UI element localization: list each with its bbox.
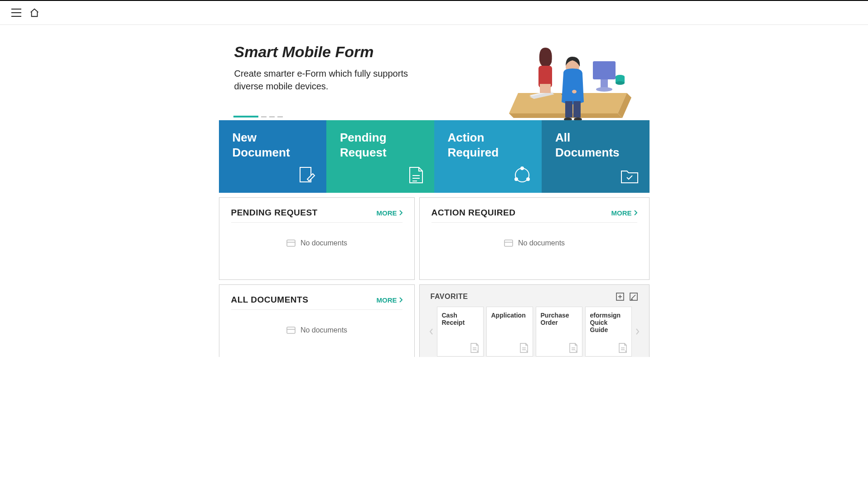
favorite-title: FAVORITE <box>431 293 468 301</box>
panel-title: PENDING REQUEST <box>231 208 318 218</box>
panel-title: ACTION REQUIRED <box>432 208 516 218</box>
panel-header: PENDING REQUEST MORE <box>231 208 402 223</box>
hero-illustration <box>504 39 650 120</box>
svg-rect-3 <box>593 61 616 79</box>
favorite-card-label: eformsign Quick Guide <box>590 312 621 333</box>
tile-new-document[interactable]: NewDocument <box>219 120 327 193</box>
hero-text: Smart Mobile Form Create smarter e-Form … <box>219 39 504 120</box>
svg-rect-27 <box>504 240 513 246</box>
empty-state: No documents <box>432 223 637 256</box>
favorite-actions <box>616 292 638 301</box>
form-icon <box>568 342 578 353</box>
hero-subtitle: Create smarter e-Form which fully suppor… <box>234 67 434 93</box>
panel-header: ACTION REQUIRED MORE <box>432 208 637 223</box>
document-edit-icon <box>297 166 316 185</box>
panel-header: FAVORITE <box>428 292 641 301</box>
empty-text: No documents <box>518 239 565 247</box>
hero-banner: Smart Mobile Form Create smarter e-Form … <box>219 25 650 120</box>
document-lines-icon <box>408 166 424 185</box>
tile-row: NewDocument PendingRequest A <box>219 120 650 193</box>
hamburger-menu-icon[interactable] <box>11 7 22 18</box>
header-bar <box>0 1 868 25</box>
carousel-dots <box>233 116 283 117</box>
favorite-next-icon[interactable] <box>635 307 641 357</box>
empty-text: No documents <box>301 326 347 334</box>
favorite-card[interactable]: Cash Receipt <box>437 307 484 357</box>
carousel-dot-4[interactable] <box>277 116 283 117</box>
document-empty-icon <box>504 239 514 247</box>
empty-state: No documents <box>231 223 402 256</box>
favorite-card-label: Purchase Order <box>541 312 569 326</box>
panel-favorite: FAVORITE <box>419 284 650 357</box>
svg-point-23 <box>521 167 524 170</box>
favorite-card[interactable]: eformsign Quick Guide <box>585 307 632 357</box>
more-link[interactable]: MORE <box>377 296 402 304</box>
svg-rect-26 <box>287 240 295 246</box>
favorite-prev-icon[interactable] <box>428 307 434 357</box>
document-empty-icon <box>286 326 296 334</box>
panel-title: ALL DOCUMENTS <box>231 295 309 305</box>
empty-state: No documents <box>231 310 402 343</box>
empty-text: No documents <box>301 239 347 247</box>
tile-title: AllDocuments <box>555 130 637 160</box>
more-link[interactable]: MORE <box>377 209 402 217</box>
main-container: Smart Mobile Form Create smarter e-Form … <box>219 25 650 357</box>
edit-favorite-icon[interactable] <box>629 292 638 301</box>
form-icon <box>618 342 628 353</box>
favorite-card-label: Application <box>491 312 526 319</box>
panel-grid: PENDING REQUEST MORE No documents ACTION… <box>219 197 650 357</box>
svg-point-24 <box>515 178 518 181</box>
panel-pending-request: PENDING REQUEST MORE No documents <box>219 197 415 280</box>
svg-point-20 <box>572 90 577 93</box>
panel-action-required: ACTION REQUIRED MORE No documents <box>419 197 650 280</box>
svg-rect-16 <box>565 101 572 117</box>
tile-all-documents[interactable]: AllDocuments <box>542 120 650 193</box>
tile-title: NewDocument <box>233 130 314 160</box>
tile-pending-request[interactable]: PendingRequest <box>326 120 434 193</box>
form-icon <box>470 342 480 353</box>
svg-rect-17 <box>573 101 581 117</box>
home-icon[interactable] <box>29 7 40 18</box>
svg-rect-4 <box>601 79 608 88</box>
svg-point-25 <box>527 178 529 181</box>
carousel-dot-2[interactable] <box>261 116 267 117</box>
folder-check-icon <box>620 167 640 185</box>
favorite-card[interactable]: Application <box>486 307 533 357</box>
document-empty-icon <box>286 239 296 247</box>
carousel-dot-3[interactable] <box>269 116 275 117</box>
panel-all-documents: ALL DOCUMENTS MORE No documents <box>219 284 415 357</box>
tile-title: PendingRequest <box>340 130 422 160</box>
tile-title: ActionRequired <box>448 130 529 160</box>
panel-header: ALL DOCUMENTS MORE <box>231 295 402 310</box>
svg-rect-28 <box>287 327 295 333</box>
tile-action-required[interactable]: ActionRequired <box>434 120 542 193</box>
svg-rect-14 <box>540 84 551 93</box>
carousel-dot-1[interactable] <box>233 116 258 117</box>
favorite-card-label: Cash Receipt <box>442 312 465 326</box>
add-favorite-icon[interactable] <box>616 292 625 301</box>
favorite-row: Cash Receipt Application Purchase Order <box>428 307 641 357</box>
svg-point-5 <box>596 87 612 92</box>
favorite-card[interactable]: Purchase Order <box>536 307 582 357</box>
hero-title: Smart Mobile Form <box>234 43 504 61</box>
favorite-cards: Cash Receipt Application Purchase Order <box>437 307 632 357</box>
svg-point-8 <box>616 81 625 85</box>
cycle-icon <box>513 166 532 185</box>
more-link[interactable]: MORE <box>611 209 637 217</box>
form-icon <box>519 342 529 353</box>
